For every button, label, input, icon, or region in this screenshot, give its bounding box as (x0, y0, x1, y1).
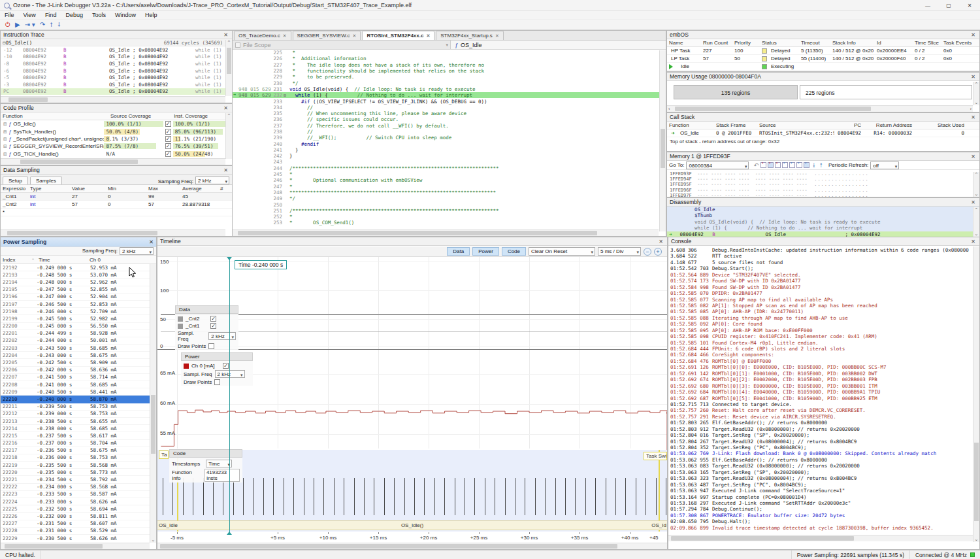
memory-format-button[interactable]: ▪ (768, 162, 774, 168)
close-icon[interactable]: ✕ (222, 167, 229, 173)
power-sample-row[interactable]: 22211-0.239 500 s58.753 mA (1, 403, 156, 411)
coverage-checkbox[interactable]: ✓ (165, 143, 171, 149)
tab-samples[interactable]: Samples (30, 177, 62, 184)
menu-item-view[interactable]: View (19, 12, 41, 18)
function-combo[interactable]: ƒOS_Idle (451, 41, 666, 49)
close-icon[interactable]: ✕ (283, 33, 287, 39)
power-sample-row[interactable]: 22203-0.243 500 s58.685 mA (1, 345, 156, 352)
power-sample-row[interactable]: 22201-0.244 499 s58.928 mA (1, 330, 156, 337)
power-sample-row[interactable]: 22229-0.230 500 s58.626 mA (1, 535, 156, 541)
v-scrollbar[interactable]: ⌃ (225, 113, 232, 159)
v-scrollbar[interactable]: ⌃⌄ (973, 82, 979, 105)
v-scrollbar[interactable]: ⌄ (150, 264, 156, 543)
power-icon[interactable]: ⏻ (5, 20, 10, 29)
column-header[interactable]: Run Count (701, 39, 732, 46)
menu-item-debug[interactable]: Debug (61, 12, 88, 18)
power-sample-row[interactable]: 22195-0.247 500 s52.855 mA (1, 286, 156, 294)
h-scrollbar[interactable] (1, 543, 150, 549)
memory-format-button[interactable]: ▪ (760, 162, 766, 168)
power-sample-row[interactable]: 22200-0.245 000 s56.550 mA (1, 323, 156, 330)
close-icon[interactable]: ✕ (970, 154, 977, 160)
column-header[interactable]: Max (146, 185, 180, 192)
close-icon[interactable]: ✕ (426, 33, 430, 39)
run-icon[interactable]: ▶ (15, 20, 20, 29)
close-icon[interactable]: ✕ (495, 33, 499, 39)
power-sample-row[interactable]: 22213-0.238 500 s58.655 mA (1, 418, 156, 425)
series-checkbox[interactable]: ✓ (210, 323, 216, 329)
column-header[interactable]: Inst. Coverage (172, 112, 210, 120)
timeline-code-button[interactable]: Code (502, 247, 526, 256)
column-header[interactable]: Stack Info (830, 39, 875, 46)
column-header[interactable]: Priority (732, 39, 760, 46)
sampling-freq-combo[interactable]: 2 kHz (120, 247, 154, 255)
coverage-checkbox[interactable]: ✓ (165, 121, 171, 127)
minimize-button[interactable]: — (917, 0, 938, 11)
step-buttons-icon[interactable]: ⇥ ▾ (25, 20, 35, 29)
column-header[interactable]: # (218, 185, 231, 192)
column-header[interactable]: Min (106, 185, 146, 192)
trace-row[interactable]: -608004E92BOS_Idle ; 0x08004E92while (1) (1, 67, 232, 75)
draw-points-checkbox[interactable] (208, 343, 214, 349)
close-icon[interactable]: ✕ (970, 32, 977, 38)
memory-format-button[interactable]: ▪ (775, 162, 781, 168)
power-sample-row[interactable]: 22224-0.233 000 s58.626 mA (1, 498, 156, 505)
power-sample-row[interactable]: 22199-0.245 500 s52.982 mA (1, 315, 156, 322)
column-header[interactable]: Task Events (941, 39, 974, 46)
column-header[interactable]: Expressio (1, 185, 28, 192)
menu-item-find[interactable]: Find (41, 12, 61, 18)
code-profile-row[interactable]: ⊞ƒOS_Idle()100.0% (1/1)✓100.0% (1/1) (1, 120, 232, 127)
power-sample-row[interactable]: 22210-0.240 000 s58.870 mA (1, 396, 156, 403)
power-sample-row[interactable]: 22219-0.235 500 s58.568 mA (1, 462, 156, 469)
trace-group-row[interactable]: ⊟ OS_Idle() 69144 cycles (34569) (1, 39, 232, 46)
power-sample-row[interactable]: 22217-0.236 500 s58.675 mA (1, 447, 156, 454)
timeline-data-button[interactable]: Data (447, 247, 470, 256)
power-sample-row[interactable]: 22194-0.248 000 s52.962 mA (1, 279, 156, 286)
power-sample-row[interactable]: 22198-0.246 000 s52.709 mA (1, 308, 156, 315)
h-scrollbar[interactable] (1, 96, 225, 103)
legend-freq-combo[interactable]: 2 kHz (208, 332, 236, 340)
power-sample-row[interactable]: 22207-0.241 500 s58.714 mA (1, 374, 156, 381)
v-scrollbar[interactable]: ⌃⌄ (973, 207, 979, 237)
power-sample-row[interactable]: 22209-0.240 500 s58.441 mA (1, 388, 156, 396)
column-header[interactable]: Name (667, 39, 701, 46)
trace-row[interactable]: PC08004E92BOS_Idle ; 0x08004E92while (1) (1, 88, 232, 95)
h-scrollbar[interactable] (157, 543, 667, 549)
column-header[interactable]: Type (28, 185, 70, 192)
v-scrollbar[interactable]: ⌃ (225, 40, 232, 96)
power-sample-row[interactable]: 22197-0.246 500 s52.853 mA (1, 301, 156, 308)
column-header[interactable]: Average (180, 185, 218, 192)
power-sample-row[interactable]: 22221-0.234 500 s58.792 mA (1, 476, 156, 483)
collapse-icon[interactable]: ⊟ (1, 40, 6, 46)
column-header[interactable]: Time Slice (913, 39, 941, 46)
call-stack-row[interactable]: ➜OS_Idle0 @ 2001FFE0RTOSInit_STM32F4xx.c… (667, 129, 979, 137)
sampling-freq-combo[interactable]: 2 kHz (195, 177, 229, 184)
memory-format-button[interactable]: ▪ (789, 162, 795, 168)
power-sample-row[interactable]: 22206-0.242 000 s58.636 mA (1, 367, 156, 374)
memory-format-button[interactable]: ▪ (796, 162, 802, 168)
trace-row[interactable]: -508004E92BOS_Idle ; 0x08004E92while (1) (1, 74, 232, 81)
power-sample-row[interactable]: 22204-0.243 000 s58.675 mA (1, 352, 156, 359)
memory-format-button[interactable]: ▪ (782, 162, 788, 168)
h-scrollbar[interactable] (1, 229, 225, 236)
undo-icon[interactable]: ↶ (753, 162, 759, 169)
memory-format-button[interactable]: ▪ (804, 162, 809, 168)
goto-combo[interactable]: 08000384 (686, 161, 749, 169)
clear-on-reset-combo[interactable]: Clear On Reset (529, 247, 595, 256)
power-sample-row[interactable]: 22214-0.238 000 s58.685 mA (1, 425, 156, 432)
code-profile-row[interactable]: ⊞ƒSEGGER_SYSVIEW_RecordEnterISR()87.5% (… (1, 143, 232, 150)
column-header[interactable]: Value (70, 185, 106, 192)
step-over-icon[interactable]: ↷ (40, 20, 45, 29)
download-icon[interactable]: ⭡ (50, 20, 53, 29)
power-sample-row[interactable]: 22225-0.232 500 s58.694 mA (1, 505, 156, 513)
power-sample-row[interactable]: 22223-0.233 500 s58.587 mA (1, 491, 156, 498)
upload-icon[interactable]: ⭣ (57, 20, 61, 29)
column-header[interactable]: Source (757, 122, 834, 129)
timeline-power-button[interactable]: Power (472, 247, 499, 256)
column-header[interactable]: Id (875, 39, 913, 46)
power-sample-row[interactable]: 22218-0.236 000 s58.753 mA (1, 454, 156, 462)
column-header[interactable]: Function (667, 122, 714, 129)
close-button[interactable]: ✕ (959, 0, 980, 11)
code-profile-row[interactable]: ⊞ƒSysTick_Handler()50.0% (4/8)✓85.0% (96… (1, 127, 232, 135)
import-icon[interactable]: ⭱ (819, 162, 824, 168)
close-icon[interactable]: ✕ (657, 239, 664, 245)
